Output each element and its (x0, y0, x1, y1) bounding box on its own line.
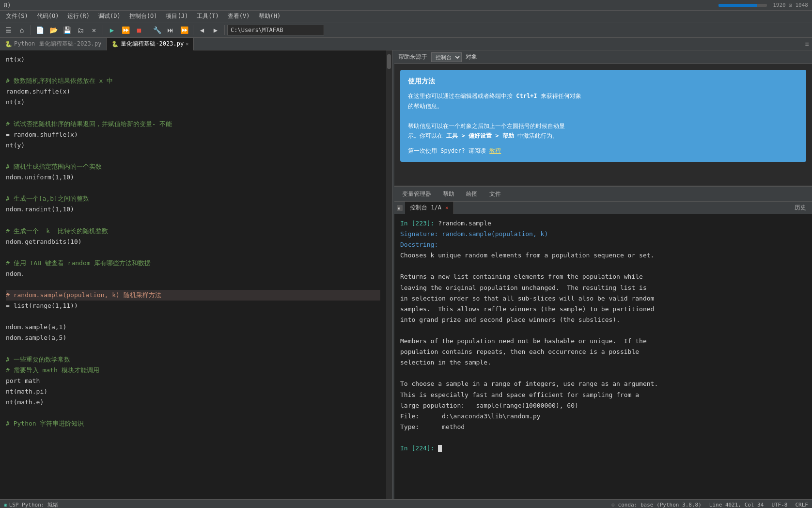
editor-scrollbar[interactable] (386, 50, 392, 499)
toolbar-step-btn[interactable]: ⏭ (164, 24, 177, 36)
toolbar-open-btn[interactable]: 📂 (47, 24, 60, 36)
status-conda: ⊙ conda: base (Python 3.8.8) (611, 502, 701, 508)
code-line: nt(x) (6, 54, 380, 65)
bottom-tabs: 变量管理器 帮助 绘图 文件 (394, 186, 812, 202)
code-line (6, 65, 380, 76)
code-area[interactable]: nt(x) # 数数随机序列的结果依然放在 x 中 random.shuffle… (0, 50, 386, 499)
lsp-indicator: ◉ (4, 502, 7, 508)
right-scroll-area[interactable] (807, 58, 812, 155)
help-panel: 帮助来源于 控制台 对象 使用方法 在这里你可以通过在编辑器或者终端中按 Ctr… (394, 50, 812, 186)
console-line: population contains repeats, then each o… (400, 347, 806, 357)
toolbar-stop-btn[interactable]: ■ (133, 24, 145, 36)
status-right: ⊙ conda: base (Python 3.8.8) Line 4021, … (611, 502, 808, 508)
code-line (6, 151, 380, 161)
help-header: 帮助来源于 控制台 对象 (394, 50, 812, 64)
toolbar-new-btn[interactable]: 📄 (33, 24, 46, 36)
window-size: 1920 ⊡ 1048 (773, 2, 808, 8)
code-line: ndom.sample(a,1) (6, 322, 380, 333)
tab-files[interactable]: 文件 (484, 188, 507, 200)
code-line: random.shuffle(x) (6, 86, 380, 97)
code-highlight-line: # random.sample(population, k) 随机采样方法 (6, 290, 380, 301)
tab-help[interactable]: 帮助 (437, 188, 460, 200)
menu-run[interactable]: 运行(R) (63, 11, 94, 21)
console-line: Chooses k unique random elements from a … (400, 250, 806, 261)
console-line: selection in the sample. (400, 357, 806, 368)
toolbar-save-btn[interactable]: 💾 (61, 24, 73, 36)
status-line: Line 4021, Col 34 (709, 502, 764, 508)
title-bar: 8) 1920 ⊡ 1048 (0, 0, 812, 11)
menu-code[interactable]: 代码(O) (33, 11, 63, 21)
console-panel: ▣ 控制台 1/A ✕ 历史 In [223]: ?random.sample … (394, 202, 812, 499)
menu-file[interactable]: 文件(S) (2, 11, 32, 21)
toolbar-run-btn[interactable]: ▶ (106, 24, 118, 36)
toolbar-fwd-btn[interactable]: ▶ (209, 24, 222, 36)
code-comment-line: # 使用 TAB 键查看 random 库有哪些方法和数据 (6, 258, 380, 269)
main-layout: nt(x) # 数数随机序列的结果依然放在 x 中 random.shuffle… (0, 50, 812, 499)
toolbar-debug-btn[interactable]: 🔧 (151, 24, 163, 36)
console-line: samples. This allows raffle winners (the… (400, 304, 806, 315)
code-line (6, 215, 380, 225)
tab-close-btn[interactable]: ✕ (186, 41, 188, 47)
editor-content[interactable]: nt(x) # 数数随机序列的结果依然放在 x 中 random.shuffle… (0, 50, 392, 499)
file-tab-bar: 🐍 Python 量化编程基础-2023.py 🐍 量化编程基础-2023.py… (0, 38, 812, 50)
menu-debug[interactable]: 调试(D) (94, 11, 125, 21)
code-line (6, 247, 380, 258)
console-line: in selection order so that all sub-slice… (400, 293, 806, 304)
console-cursor (438, 445, 442, 452)
code-comment-line: # 数数随机序列的结果依然放在 x 中 (6, 76, 380, 86)
menu-view[interactable]: 查看(V) (224, 11, 254, 21)
console-line (400, 325, 806, 336)
console-line: leaving the original population unchange… (400, 283, 806, 293)
code-line: nt(x) (6, 97, 380, 108)
toolbar-close-btn[interactable]: ✕ (88, 24, 100, 36)
toolbar-run-file-btn[interactable]: ⏩ (119, 24, 132, 36)
code-line: ndom.randint(1,10) (6, 204, 380, 215)
help-source-select[interactable]: 控制台 (431, 52, 462, 62)
code-line: ndom.uniform(1,10) (6, 172, 380, 183)
toolbar: ☰ ⌂ 📄 📂 💾 🗂 ✕ ▶ ⏩ ■ 🔧 ⏭ ⏩ ◀ ▶ C:\Users\M… (0, 22, 812, 38)
toolbar-save-all-btn[interactable]: 🗂 (74, 24, 87, 36)
toolbar-sep3 (148, 25, 148, 35)
code-line: port math (6, 376, 380, 386)
help-content: 使用方法 在这里你可以通过在编辑器或者终端中按 Ctrl+I 来获得任何对象 的… (394, 64, 812, 186)
console-line: Signature: random.sample(population, k) (400, 229, 806, 239)
menu-tools[interactable]: 工具(T) (193, 11, 223, 21)
menu-console[interactable]: 控制台(O) (125, 11, 161, 21)
code-line: ndom.getrandbits(10) (6, 237, 380, 247)
toolbar-back-btn[interactable]: ◀ (196, 24, 208, 36)
tab-py-inactive[interactable]: 🐍 Python 量化编程基础-2023.py (0, 38, 107, 50)
console-content[interactable]: In [223]: ?random.sample Signature: rand… (394, 214, 812, 499)
console-close-btn[interactable]: ✕ (445, 205, 449, 211)
menu-project[interactable]: 项目(J) (162, 11, 192, 21)
toolbar-sep2 (103, 25, 103, 35)
help-tutorial-link[interactable]: 教程 (489, 147, 501, 154)
menu-bar: 文件(S) 代码(O) 运行(R) 调试(D) 控制台(O) 项目(J) 工具(… (0, 11, 812, 22)
menu-help[interactable]: 帮助(H) (255, 11, 285, 21)
right-panel: 帮助来源于 控制台 对象 使用方法 在这里你可以通过在编辑器或者终端中按 Ctr… (394, 50, 812, 499)
toolbar-next-btn[interactable]: ⏩ (178, 24, 190, 36)
help-tooltip-body: 在这里你可以通过在编辑器或者终端中按 Ctrl+I 来获得任何对象 的帮助信息。… (408, 91, 798, 141)
console-history-tab[interactable]: 历史 (791, 204, 810, 212)
tab-plot[interactable]: 绘图 (460, 188, 484, 200)
console-line: Returns a new list containing elements f… (400, 271, 806, 282)
code-line (6, 408, 380, 418)
toolbar-list-btn[interactable]: ☰ (2, 24, 15, 36)
code-line: ndom.sample(a,5) (6, 333, 380, 343)
toolbar-home-btn[interactable]: ⌂ (16, 24, 28, 36)
code-comment-line: # 生成一个 k 比特长的随机整数 (6, 226, 380, 237)
console-panel-icon: ▣ (396, 205, 403, 211)
code-comment-line: # 试试否把随机排序的结果返回，并赋值给新的变量- 不能 (6, 119, 380, 129)
toolbar-sep1 (31, 25, 31, 35)
tab-py-active[interactable]: 🐍 量化编程基础-2023.py ✕ (107, 38, 194, 50)
code-line (6, 108, 380, 118)
code-line (6, 279, 380, 290)
tab-menu-btn[interactable]: ≡ (802, 38, 812, 50)
console-line: Members of the population need not be ha… (400, 336, 806, 347)
console-line: large population: sample(range(10000000)… (400, 400, 806, 411)
console-tab-main[interactable]: 控制台 1/A ✕ (405, 202, 454, 214)
editor-scroll-thumb[interactable] (387, 54, 391, 69)
code-comment-line: # 生成一个[a,b]之间的整数 (6, 193, 380, 204)
status-bar: ◉ LSP Python: 就绪 ⊙ conda: base (Python 3… (0, 499, 812, 508)
tab-variable-manager[interactable]: 变量管理器 (396, 188, 437, 200)
code-line: = list(range(1,11)) (6, 301, 380, 311)
